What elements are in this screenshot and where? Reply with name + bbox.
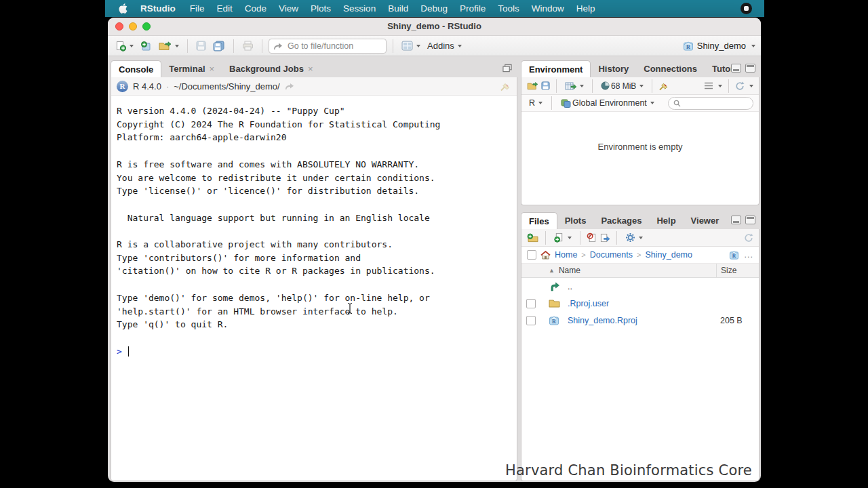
minimize-pane-icon[interactable]: [731, 64, 741, 73]
horizontal-pane-splitter[interactable]: [521, 205, 760, 212]
project-selector[interactable]: R Shiny_demo: [683, 41, 755, 52]
language-selector[interactable]: R: [527, 97, 545, 109]
console-prompt-line[interactable]: >: [117, 345, 511, 359]
new-file-button[interactable]: [113, 39, 136, 53]
menu-item-code[interactable]: Code: [239, 3, 273, 14]
console-tab-console[interactable]: Console: [111, 60, 161, 78]
load-workspace-icon[interactable]: [527, 81, 538, 90]
memory-dropdown[interactable]: [639, 85, 644, 87]
file-name[interactable]: Shiny_demo.Rproj: [568, 316, 637, 325]
file-row-shiny-demo-rproj[interactable]: RShiny_demo.Rproj205 B: [521, 312, 759, 329]
breadcrumb-ellipsis[interactable]: ...: [745, 250, 753, 260]
new-file-dropdown[interactable]: [568, 237, 572, 239]
menu-item-tools[interactable]: Tools: [492, 3, 526, 14]
tab-label: Files: [529, 216, 549, 226]
save-workspace-icon[interactable]: [541, 81, 550, 90]
menu-item-edit[interactable]: Edit: [211, 3, 239, 14]
list-view-icon[interactable]: [704, 82, 713, 89]
files-tab-help[interactable]: Help: [649, 212, 683, 229]
refresh-icon[interactable]: [744, 233, 753, 243]
environment-search-input[interactable]: [684, 98, 747, 108]
refresh-icon[interactable]: [735, 81, 745, 91]
menu-item-file[interactable]: File: [184, 3, 211, 14]
column-header-name[interactable]: Name: [559, 266, 580, 275]
files-tab-files[interactable]: Files: [521, 212, 557, 230]
screen-recording-indicator[interactable]: [741, 3, 752, 14]
open-file-dropdown[interactable]: [175, 45, 179, 47]
project-dropdown[interactable]: [751, 45, 755, 47]
workspace-panes-button[interactable]: [399, 39, 422, 52]
save-button[interactable]: [194, 39, 208, 52]
environment-tab-environment[interactable]: Environment: [521, 60, 591, 78]
maximize-pane-icon[interactable]: [745, 216, 755, 224]
language-dropdown[interactable]: [538, 102, 542, 104]
rename-file-icon[interactable]: [599, 233, 610, 243]
delete-file-icon[interactable]: [587, 232, 597, 243]
addins-dropdown[interactable]: [458, 45, 462, 47]
open-directory-icon[interactable]: [285, 83, 294, 90]
import-dataset-button[interactable]: [563, 80, 586, 92]
menu-item-rstudio[interactable]: RStudio: [134, 3, 184, 14]
more-file-commands-button[interactable]: [623, 231, 645, 244]
select-all-checkbox[interactable]: [527, 250, 536, 260]
breadcrumb-link-shiny-demo[interactable]: Shiny_demo: [645, 250, 692, 260]
menu-item-plots[interactable]: Plots: [304, 3, 337, 14]
addins-button[interactable]: Addins: [425, 39, 464, 52]
open-file-button[interactable]: [157, 39, 181, 52]
list-view-dropdown[interactable]: [718, 85, 722, 87]
menu-item-window[interactable]: Window: [526, 3, 570, 14]
new-file-dropdown[interactable]: [130, 45, 134, 47]
menu-item-debug[interactable]: Debug: [414, 3, 454, 14]
file-checkbox[interactable]: [526, 316, 536, 325]
files-tab-plots[interactable]: Plots: [557, 212, 594, 229]
clear-console-icon[interactable]: [500, 81, 511, 92]
window-titlebar[interactable]: Shiny_demo - RStudio: [108, 18, 761, 36]
goto-file-box[interactable]: [269, 39, 387, 54]
expand-pane-icon[interactable]: [502, 64, 512, 73]
breadcrumb-link-documents[interactable]: Documents: [590, 250, 633, 260]
menu-item-build[interactable]: Build: [382, 3, 414, 14]
file-checkbox[interactable]: [526, 299, 536, 308]
new-project-button[interactable]: [138, 39, 154, 53]
panes-dropdown[interactable]: [416, 45, 420, 47]
console-output[interactable]: R version 4.4.0 (2024-04-24) -- "Puppy C…: [111, 96, 517, 358]
print-button[interactable]: [240, 39, 256, 52]
environment-search-box[interactable]: [668, 97, 753, 110]
environment-tab-connections[interactable]: Connections: [636, 60, 705, 77]
minimize-pane-icon[interactable]: [731, 216, 741, 224]
home-icon[interactable]: [540, 251, 551, 260]
memory-usage-button[interactable]: 68 MiB: [599, 80, 646, 92]
console-tab-terminal[interactable]: Terminal×: [161, 60, 222, 77]
column-header-size[interactable]: Size: [716, 264, 759, 277]
goto-file-input[interactable]: [286, 41, 370, 52]
menu-item-view[interactable]: View: [273, 3, 304, 14]
apple-menu[interactable]: [112, 3, 134, 14]
menu-item-help[interactable]: Help: [570, 3, 601, 14]
close-tab-icon[interactable]: ×: [308, 64, 313, 74]
menu-item-profile[interactable]: Profile: [454, 3, 492, 14]
console-body[interactable]: R R 4.4.0 · ~/Documents/Shiny_demo/: [111, 77, 517, 481]
files-tab-viewer[interactable]: Viewer: [684, 212, 727, 229]
scope-dropdown[interactable]: [650, 102, 654, 104]
close-tab-icon[interactable]: ×: [210, 64, 215, 74]
environment-tab-history[interactable]: History: [591, 60, 636, 77]
environment-scope-selector[interactable]: Global Environment: [559, 97, 656, 109]
new-folder-icon[interactable]: [527, 233, 539, 243]
console-line: Type 'demo()' for some demos, 'help()' f…: [117, 291, 511, 305]
file-name[interactable]: .Rproj.user: [568, 299, 609, 308]
file-row--[interactable]: ..: [521, 278, 759, 295]
save-all-button[interactable]: [211, 39, 227, 53]
console-tab-background-jobs[interactable]: Background Jobs×: [222, 60, 320, 77]
sort-ascending-icon[interactable]: ▲: [549, 267, 555, 274]
maximize-pane-icon[interactable]: [745, 64, 755, 73]
clear-objects-icon[interactable]: [658, 81, 669, 91]
breadcrumb-link-home[interactable]: Home: [555, 250, 577, 260]
file-row--rproj-user[interactable]: .Rproj.user: [521, 295, 759, 312]
new-blank-file-button[interactable]: [552, 231, 574, 244]
more-dropdown[interactable]: [639, 237, 643, 239]
vertical-pane-splitter[interactable]: [517, 60, 521, 481]
refresh-dropdown[interactable]: [749, 85, 753, 87]
import-dataset-dropdown[interactable]: [580, 85, 584, 87]
files-tab-packages[interactable]: Packages: [593, 212, 649, 229]
menu-item-session[interactable]: Session: [337, 3, 382, 14]
